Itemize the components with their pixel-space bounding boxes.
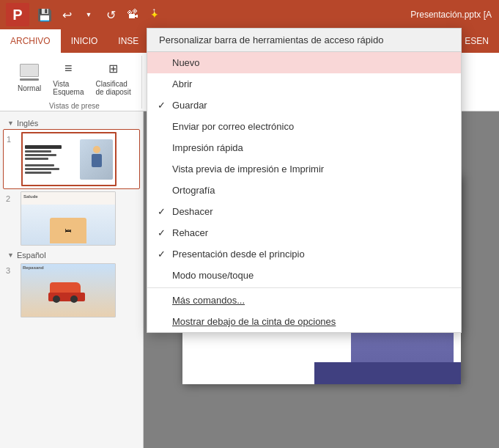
vista-previa-label: Vista previa de impresión e Imprimir [172,164,324,175]
ortografia-label: Ortografía [172,185,215,196]
dropdown-item-nuevo[interactable]: Nuevo [147,52,461,73]
presentacion-check: ✓ [158,249,166,260]
dropdown-item-mostrar[interactable]: Mostrar debajo de la cinta de opciones [147,311,461,332]
dropdown-item-vista-previa[interactable]: Vista previa de impresión e Imprimir [147,158,461,180]
nuevo-label: Nuevo [172,57,200,68]
dropdown-item-enviar[interactable]: Enviar por correo electrónico [147,116,461,137]
dropdown-divider [147,287,461,288]
guardar-label: Guardar [172,100,207,111]
dropdown-item-abrir[interactable]: Abrir [147,73,461,95]
customize-toolbar-dropdown: Personalizar barra de herramientas de ac… [147,28,462,333]
dropdown-item-presentacion[interactable]: ✓ Presentación desde el principio [147,243,461,265]
deshacer-label: Deshacer [172,206,213,217]
dropdown-item-impresion[interactable]: Impresión rápida [147,137,461,158]
mouse-label: Modo mouse/toque [172,270,254,281]
guardar-check: ✓ [158,100,166,111]
dropdown-header: Personalizar barra de herramientas de ac… [147,29,461,52]
impresion-label: Impresión rápida [172,142,243,153]
dropdown-overlay: Personalizar barra de herramientas de ac… [0,0,499,448]
abrir-label: Abrir [172,78,192,89]
dropdown-item-guardar[interactable]: ✓ Guardar [147,95,461,116]
dropdown-item-rehacer[interactable]: ✓ Rehacer [147,222,461,243]
dropdown-item-mouse[interactable]: Modo mouse/toque [147,265,461,286]
dropdown-item-mas-comandos[interactable]: Más comandos... [147,290,461,311]
dropdown-item-ortografia[interactable]: Ortografía [147,180,461,201]
mas-comandos-label: Más comandos... [172,295,245,306]
dropdown-item-deshacer[interactable]: ✓ Deshacer [147,201,461,222]
enviar-label: Enviar por correo electrónico [172,121,294,132]
presentacion-label: Presentación desde el principio [172,249,305,260]
rehacer-label: Rehacer [172,227,208,238]
rehacer-check: ✓ [158,227,166,238]
deshacer-check: ✓ [158,206,166,217]
mostrar-label: Mostrar debajo de la cinta de opciones [172,316,336,327]
